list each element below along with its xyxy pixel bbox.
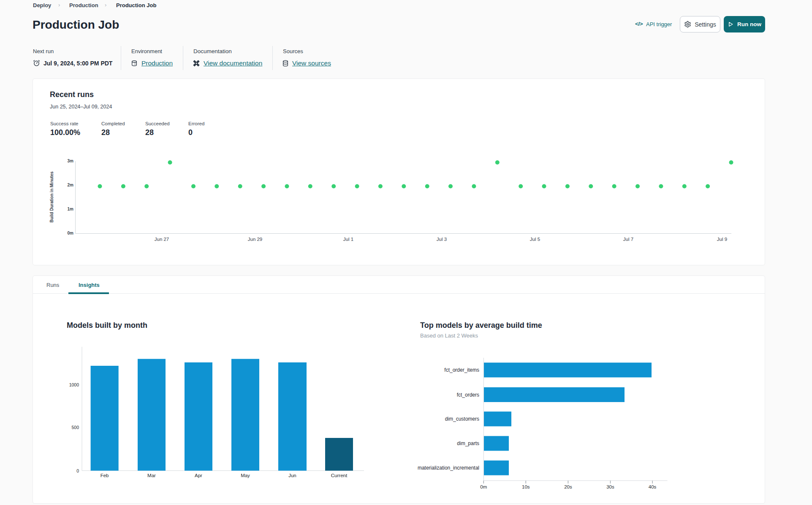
svg-text:fct_orders: fct_orders [457,392,479,398]
svg-text:Mar: Mar [147,473,156,478]
svg-text:500: 500 [71,425,79,430]
svg-text:0m: 0m [68,231,74,235]
svg-text:Feb: Feb [100,473,109,478]
svg-text:dim_parts: dim_parts [457,440,479,446]
svg-text:3m: 3m [68,159,74,163]
svg-text:Jun 29: Jun 29 [248,237,263,242]
svg-text:Jun 27: Jun 27 [155,237,169,242]
svg-text:dim_customers: dim_customers [445,416,479,422]
svg-text:Jun: Jun [288,473,296,478]
svg-text:30s: 30s [606,484,614,489]
svg-text:Current: Current [331,473,348,478]
svg-text:Apr: Apr [195,473,202,478]
svg-text:materialization_incremental: materialization_incremental [418,465,479,471]
svg-text:fct_order_items: fct_order_items [444,367,479,373]
svg-text:0m: 0m [480,484,487,489]
svg-text:Jul 1: Jul 1 [343,237,353,242]
svg-text:0: 0 [76,468,79,473]
svg-text:1000: 1000 [69,382,79,387]
svg-text:Jul 7: Jul 7 [623,237,633,242]
svg-text:Jul 3: Jul 3 [437,237,447,242]
svg-text:Jul 5: Jul 5 [530,237,540,242]
svg-text:Jul 9: Jul 9 [717,237,727,242]
svg-text:2m: 2m [68,183,74,187]
svg-text:Build Duration in Minutes: Build Duration in Minutes [49,171,54,223]
svg-text:10s: 10s [522,484,530,489]
svg-text:40s: 40s [649,484,657,489]
svg-text:20s: 20s [564,484,572,489]
svg-text:May: May [241,473,250,478]
svg-text:1m: 1m [68,207,74,211]
